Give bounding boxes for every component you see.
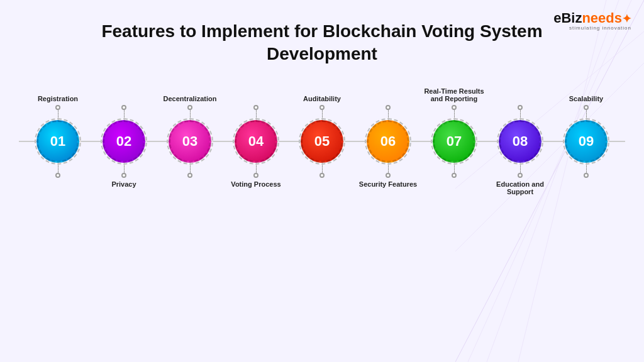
node-07: Real-Time Results and Reporting 07 [421, 85, 487, 198]
circle-05: 05 [301, 120, 343, 163]
label-top-09: Scalability [569, 85, 603, 102]
circle-04: 04 [235, 120, 277, 163]
label-top-01: Registration [38, 85, 78, 102]
logo: eBizneeds✦ stimulating innovation [553, 10, 631, 31]
node-09: Scalability 09 [553, 85, 619, 198]
node-02: 02 Privacy [91, 85, 157, 198]
label-top-07: Real-Time Results and Reporting [421, 85, 487, 102]
node-04: 04 Voting Process [223, 85, 289, 198]
dot-top-08 [518, 105, 523, 110]
circle-08: 08 [499, 120, 541, 163]
node-03: Decentralization 03 [157, 85, 223, 198]
connector-bottom-01 [55, 163, 60, 178]
timeline: Registration 01 02 [0, 85, 644, 198]
dot-top-03 [187, 105, 192, 110]
dot-top-06 [386, 105, 391, 110]
dot-bottom-01 [55, 173, 60, 178]
dot-top-09 [584, 105, 589, 110]
node-06: 06 Security Features [355, 85, 421, 198]
circle-03: 03 [169, 120, 211, 163]
label-bottom-06: Security Features [359, 180, 417, 198]
dot-bottom-04 [253, 173, 258, 178]
dot-bottom-08 [518, 173, 523, 178]
node-08: 08 Education and Support [487, 85, 553, 198]
label-bottom-04: Voting Process [231, 180, 280, 198]
circle-09: 09 [565, 120, 608, 163]
dot-bottom-07 [452, 173, 457, 178]
node-01: Registration 01 [25, 85, 91, 198]
circle-01: 01 [36, 120, 79, 163]
connector-bottom-04 [253, 163, 258, 178]
dot-bottom-06 [386, 173, 391, 178]
dot-bottom-09 [584, 173, 589, 178]
dot-top-07 [452, 105, 457, 110]
connector-bottom-07 [452, 163, 457, 178]
page-header: Features to Implement for Blockchain Vot… [0, 0, 644, 72]
node-05: Auditability 05 [289, 85, 355, 198]
dot-bottom-05 [319, 173, 325, 178]
dot-bottom-02 [121, 173, 126, 178]
label-bottom-02: Privacy [111, 180, 136, 198]
connector-bottom-02 [121, 163, 126, 178]
connector-bottom-09 [584, 163, 589, 178]
label-bottom-08: Education and Support [487, 180, 553, 198]
connector-bottom-06 [386, 163, 391, 178]
dot-bottom-03 [187, 173, 192, 178]
circle-02: 02 [103, 120, 145, 163]
logo-text: eBizneeds✦ [553, 10, 631, 26]
circle-07: 07 [433, 120, 475, 163]
dot-top-05 [319, 105, 325, 110]
dot-top-04 [253, 105, 258, 110]
dot-top-02 [121, 105, 126, 110]
circle-06: 06 [367, 120, 409, 163]
dot-top-01 [55, 105, 60, 110]
page-title: Features to Implement for Blockchain Vot… [63, 20, 581, 66]
connector-bottom-05 [319, 163, 325, 178]
label-top-05: Auditability [303, 85, 341, 102]
connector-bottom-03 [187, 163, 192, 178]
logo-subtitle: stimulating innovation [569, 25, 631, 31]
connector-bottom-08 [518, 163, 523, 178]
label-top-03: Decentralization [164, 85, 217, 102]
